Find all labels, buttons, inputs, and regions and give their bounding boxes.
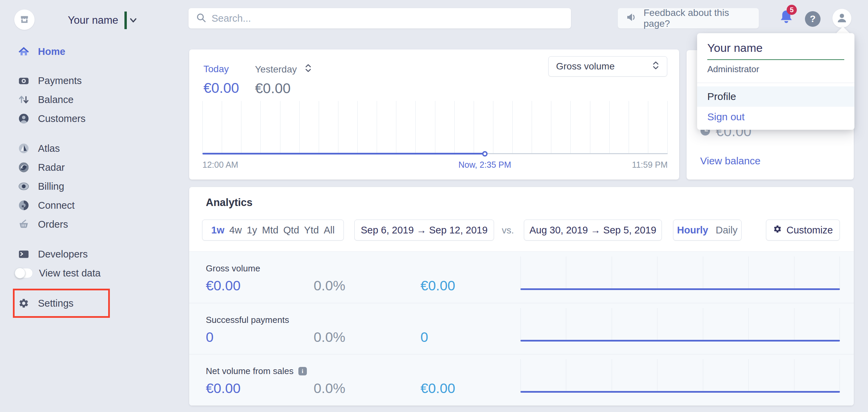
menu-item-signout[interactable]: Sign out: [697, 107, 854, 127]
storefront-icon: [19, 13, 30, 26]
billing-icon: [18, 180, 30, 192]
today-volume-chart[interactable]: [202, 101, 668, 154]
chart-gridlines: [202, 101, 668, 154]
sidebar-item-radar[interactable]: Radar: [0, 158, 117, 177]
sidebar-item-label: Radar: [38, 162, 65, 173]
sparkline-gridlines: [520, 359, 840, 392]
net-volume-sparkline: [520, 354, 840, 406]
granularity-selector: Hourly Daily: [673, 220, 742, 241]
analytics-title: Analytics: [206, 197, 253, 209]
user-menu-role: Administrator: [707, 64, 844, 83]
orders-icon: [18, 218, 30, 230]
sparkline-flat-line: [520, 391, 840, 393]
metric-compare-value: 0: [420, 329, 428, 345]
axis-start-label: 12:00 AM: [202, 160, 238, 170]
view-test-data-row: View test data: [0, 264, 117, 283]
sidebar-item-home[interactable]: Home: [0, 42, 117, 61]
gross-volume-sparkline: [520, 252, 840, 303]
atlas-icon: [18, 142, 30, 154]
period-qtd[interactable]: Qtd: [283, 225, 299, 236]
period-4w[interactable]: 4w: [229, 225, 242, 236]
account-logo[interactable]: [14, 9, 35, 30]
metric-change: 0.0%: [314, 329, 420, 345]
sidebar-item-payments[interactable]: Payments: [0, 71, 117, 90]
help-button[interactable]: ?: [805, 11, 821, 27]
notification-badge: 5: [787, 5, 797, 15]
sidebar-item-connect[interactable]: Connect: [0, 196, 117, 215]
date-range-compare[interactable]: Aug 30, 2019 → Sep 5, 2019: [524, 220, 662, 241]
customize-button[interactable]: Customize: [766, 220, 840, 241]
select-chevrons-icon: [652, 61, 659, 72]
metric-select-value: Gross volume: [556, 61, 615, 72]
view-test-data-toggle[interactable]: [15, 268, 33, 278]
sparkline-gridlines: [520, 308, 840, 341]
chart-line-elapsed: [202, 153, 485, 154]
feedback-button[interactable]: Feedback about this page?: [618, 8, 759, 28]
gear-icon: [773, 225, 782, 236]
today-column[interactable]: Today €0.00: [203, 64, 239, 96]
menu-item-profile[interactable]: Profile: [697, 86, 854, 107]
sidebar-item-balance[interactable]: Balance: [0, 90, 117, 109]
user-menu-name: Your name: [707, 41, 844, 60]
customers-icon: [18, 112, 30, 125]
avatar[interactable]: [832, 9, 851, 28]
metric-value: €0.00: [206, 278, 314, 294]
sidebar-item-label: Customers: [38, 113, 85, 124]
search-icon: [196, 13, 206, 24]
metric-label: Net volume from sales: [206, 366, 294, 376]
sidebar-item-label: Developers: [38, 249, 88, 260]
period-mtd[interactable]: Mtd: [262, 225, 278, 236]
search-bar[interactable]: [189, 8, 571, 28]
granularity-hourly[interactable]: Hourly: [677, 225, 708, 236]
metric-select[interactable]: Gross volume: [548, 56, 667, 77]
chevron-down-icon: [129, 16, 138, 25]
period-all[interactable]: All: [324, 225, 335, 236]
sparkline-flat-line: [520, 288, 840, 290]
metric-row-net-volume[interactable]: Net volume from sales i €0.00 0.0% €0.00: [189, 354, 854, 406]
metric-change: 0.0%: [314, 380, 420, 396]
metric-label: Successful payments: [206, 315, 289, 325]
sidebar-item-billing[interactable]: Billing: [0, 177, 117, 196]
metric-row-gross-volume[interactable]: Gross volume €0.00 0.0% €0.00: [189, 252, 854, 303]
stripe-dashboard: Your name Feedback about this page? 5 ?: [0, 0, 868, 412]
view-test-data-label: View test data: [39, 268, 101, 279]
info-icon[interactable]: i: [298, 367, 307, 375]
sidebar-item-customers[interactable]: Customers: [0, 109, 117, 128]
yesterday-column[interactable]: Yesterday €0.00: [255, 64, 312, 97]
sidebar-item-label: Home: [38, 46, 65, 57]
sidebar-item-atlas[interactable]: Atlas: [0, 139, 117, 158]
sidebar-item-developers[interactable]: Developers: [0, 245, 117, 264]
feedback-label: Feedback about this page?: [644, 7, 751, 29]
settings-label: Settings: [38, 298, 74, 309]
analytics-filter-row: 1w 4w 1y Mtd Qtd Ytd All Sep 6, 2019 → S…: [189, 220, 854, 241]
period-ytd[interactable]: Ytd: [304, 225, 319, 236]
yesterday-label: Yesterday: [255, 64, 297, 75]
sidebar-item-settings[interactable]: Settings: [0, 294, 117, 313]
axis-now-label: Now, 2:35 PM: [458, 160, 511, 170]
yesterday-value: €0.00: [255, 80, 312, 97]
metric-row-successful-payments[interactable]: Successful payments 0 0.0% 0: [189, 303, 854, 354]
sparkline-gridlines: [520, 256, 840, 289]
sparkline-flat-line: [520, 340, 840, 342]
analytics-metrics: Gross volume €0.00 0.0% €0.00 Successful…: [189, 251, 854, 406]
vs-label: vs.: [502, 225, 514, 236]
sidebar-item-orders[interactable]: Orders: [0, 215, 117, 234]
today-label: Today: [203, 64, 239, 75]
search-input[interactable]: [212, 13, 564, 24]
account-name: Your name: [68, 14, 118, 26]
metric-compare-value: €0.00: [420, 278, 455, 294]
terminal-icon: [18, 248, 30, 260]
notifications-button[interactable]: 5: [778, 9, 796, 26]
user-menu: Your name Administrator Profile Sign out: [697, 33, 854, 130]
successful-payments-sparkline: [520, 303, 840, 354]
account-divider: [124, 12, 127, 29]
period-1y[interactable]: 1y: [247, 225, 257, 236]
period-1w[interactable]: 1w: [211, 225, 224, 236]
granularity-daily[interactable]: Daily: [716, 225, 737, 236]
metric-label: Gross volume: [206, 263, 260, 274]
date-range-primary[interactable]: Sep 6, 2019 → Sep 12, 2019: [354, 220, 494, 241]
view-balance-link[interactable]: View balance: [700, 155, 761, 167]
customize-label: Customize: [787, 225, 833, 236]
sorter-icon[interactable]: [304, 64, 312, 75]
account-switcher[interactable]: Your name: [68, 12, 138, 29]
